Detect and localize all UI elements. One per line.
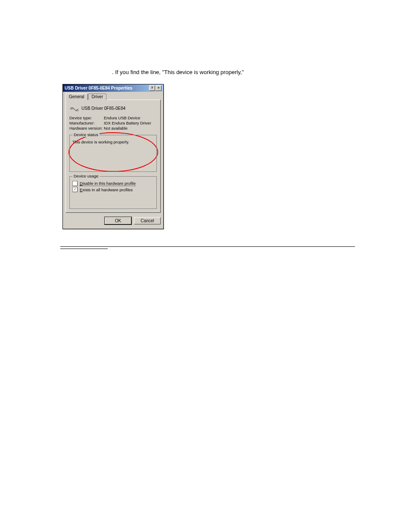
label-device-type: Device type: (69, 115, 104, 120)
help-button[interactable]: ? (149, 85, 155, 91)
legend-device-status: Device status (72, 132, 100, 137)
underline-segment (60, 249, 108, 249)
tab-driver[interactable]: Driver (88, 93, 107, 100)
screenshot-figure: USB Driver 0F85-0E84 Properties ? × Gene… (62, 84, 164, 229)
group-device-usage: Device usage Disable in this hardware pr… (69, 176, 157, 209)
legend-device-usage: Device usage (72, 174, 100, 178)
titlebar-buttons: ? × (149, 85, 162, 91)
group-device-status: Device status This device is working pro… (69, 135, 157, 172)
usb-device-icon (69, 104, 79, 112)
checkbox-row-disable[interactable]: Disable in this hardware profile (72, 181, 154, 186)
body-text-line: . If you find the line, "This device is … (112, 69, 372, 75)
row-manufacturer: Manufacturer: IDX Endura Battery Driver (69, 121, 157, 125)
value-manufacturer: IDX Endura Battery Driver (104, 121, 151, 125)
label-disable: Disable in this hardware profile (80, 181, 136, 186)
tab-strip: General Driver (65, 93, 161, 100)
device-status-text: This device is working properly. (72, 140, 154, 144)
device-header: USB Driver 0F85-0E84 (69, 104, 157, 112)
dialog-titlebar: USB Driver 0F85-0E84 Properties ? × (63, 84, 163, 92)
tab-general[interactable]: General (65, 93, 88, 100)
checkbox-row-exists[interactable]: Exists in all hardware profiles (72, 187, 154, 192)
dialog-body: General Driver USB Driver 0F85-0E84 Devi… (63, 92, 163, 229)
value-device-type: Endura USB Device (104, 115, 140, 120)
label-manufacturer: Manufacturer: (69, 121, 104, 125)
tab-panel-general: USB Driver 0F85-0E84 Device type: Endura… (65, 100, 161, 213)
ok-button[interactable]: OK (105, 217, 131, 224)
label-exists: Exists in all hardware profiles (80, 187, 133, 192)
properties-dialog: USB Driver 0F85-0E84 Properties ? × Gene… (62, 84, 164, 229)
checkbox-exists[interactable] (72, 187, 78, 192)
dialog-buttons: OK Cancel (65, 217, 161, 224)
checkbox-disable[interactable] (72, 181, 78, 186)
close-button[interactable]: × (156, 85, 162, 91)
horizontal-rule (60, 246, 355, 247)
label-hw-version: Hardware version: (69, 126, 104, 131)
value-hw-version: Not available (104, 126, 128, 131)
device-name: USB Driver 0F85-0E84 (81, 106, 125, 111)
row-device-type: Device type: Endura USB Device (69, 115, 157, 120)
dialog-title: USB Driver 0F85-0E84 Properties (65, 86, 132, 90)
row-hw-version: Hardware version: Not available (69, 126, 157, 131)
status-wrapper: Device status This device is working pro… (69, 135, 157, 172)
document-page: . If you find the line, "This device is … (0, 0, 411, 249)
cancel-button[interactable]: Cancel (134, 217, 161, 224)
